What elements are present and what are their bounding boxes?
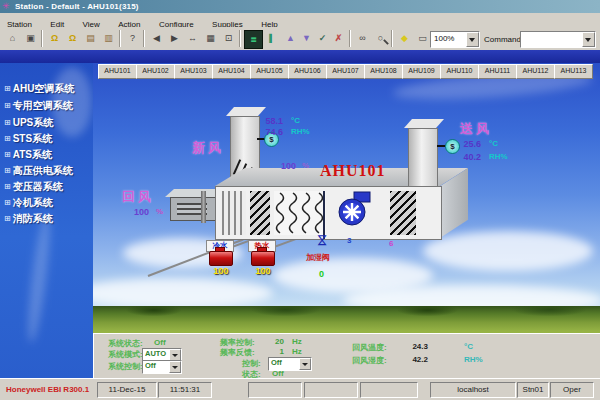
sidebar-item-sts[interactable]: ⊞STS系统 xyxy=(4,128,93,143)
sidebar-item-label: AHU空调系统 xyxy=(13,83,75,94)
status-cell-empty xyxy=(360,382,418,398)
hot-water-valve[interactable] xyxy=(251,251,275,266)
tab-ahu104[interactable]: AHU104 xyxy=(212,64,251,79)
sidebar: ⊞AHU空调系统 ⊞专用空调系统 ⊞UPS系统 ⊞STS系统 ⊞ATS系统 ⊞高… xyxy=(0,63,93,378)
capture-icon[interactable]: ▭ xyxy=(414,30,431,47)
product-brand: Honeywell EBI R300.1 xyxy=(2,382,99,398)
ra-temp-value: 24.3 xyxy=(396,342,428,351)
chevron-down-icon[interactable] xyxy=(169,361,181,373)
expand-icon: ⊞ xyxy=(4,101,11,110)
sidebar-item-label: 变压器系统 xyxy=(13,181,63,192)
status-bar: Honeywell EBI R300.1 11-Dec-15 11:51:31 … xyxy=(0,378,600,400)
tab-ahu113[interactable]: AHU113 xyxy=(554,64,593,79)
tab-ahu112[interactable]: AHU112 xyxy=(516,64,555,79)
find-icon[interactable]: ∞ xyxy=(354,30,371,47)
ra-temp-label: 回风温度: xyxy=(352,342,387,353)
tab-ahu109[interactable]: AHU109 xyxy=(402,64,441,79)
supply-air-tower xyxy=(408,128,438,188)
fresh-air-tower-top xyxy=(226,107,266,116)
system-status-icon[interactable]: ≣ xyxy=(244,30,263,49)
sidebar-item-special-ac[interactable]: ⊞专用空调系统 xyxy=(4,95,93,110)
supply-fan-icon xyxy=(334,190,374,230)
expand-icon: ⊞ xyxy=(4,118,11,127)
tab-ahu107[interactable]: AHU107 xyxy=(326,64,365,79)
zoom-level-combo[interactable]: 100% xyxy=(430,31,480,48)
reject-icon[interactable]: ✗ xyxy=(330,30,347,47)
sidebar-item-ahu[interactable]: ⊞AHU空调系统 xyxy=(4,78,93,93)
alarm-ack-icon[interactable]: Ω xyxy=(64,30,81,47)
window-title: Station - Default - AHU101(315) xyxy=(15,1,139,12)
status-host: localhost xyxy=(430,382,516,398)
page-back-icon[interactable]: ◀ xyxy=(148,30,165,47)
alarm-silence-icon[interactable]: ▥ xyxy=(100,30,117,47)
status-user: Oper xyxy=(550,382,594,398)
humidifier-valve-icon[interactable]: ⋈ xyxy=(315,234,330,247)
filter-section xyxy=(250,191,270,235)
sidebar-item-hv-power[interactable]: ⊞高压供电系统 xyxy=(4,160,93,175)
return-air-duct xyxy=(170,197,218,221)
alarm-page-icon[interactable]: ▤ xyxy=(82,30,99,47)
zoom-tool-icon[interactable]: ○ xyxy=(372,30,389,47)
tab-ahu101[interactable]: AHU101 xyxy=(98,64,137,79)
page-forward-icon[interactable]: ▶ xyxy=(166,30,183,47)
sidebar-item-label: 消防系统 xyxy=(13,213,53,224)
freq-control-value: 20 xyxy=(266,337,284,346)
lower-icon[interactable]: ▼ xyxy=(298,30,315,47)
supply-air-temp-unit: °C xyxy=(489,139,498,148)
sys-status-value: Off xyxy=(154,338,166,347)
associated-display-icon[interactable]: ⌂ xyxy=(4,30,21,47)
fresh-air-temp-value: 58.1 xyxy=(259,116,283,126)
title-bar[interactable]: ✳ Station - Default - AHU101(315) xyxy=(0,0,600,13)
cold-water-valve[interactable] xyxy=(209,251,233,266)
sidebar-item-chiller[interactable]: ⊞冷机系统 xyxy=(4,192,93,207)
fan-control-value: Off xyxy=(271,358,282,368)
sidebar-item-label: UPS系统 xyxy=(13,117,54,128)
ahu-title: AHU101 xyxy=(320,162,386,180)
chevron-down-icon[interactable] xyxy=(466,32,479,47)
sys-mode-value: AUTO xyxy=(145,349,166,359)
sidebar-item-transformer[interactable]: ⊞变压器系统 xyxy=(4,176,93,191)
duct-damper-shaft xyxy=(201,191,206,223)
supply-air-rh-unit: RH% xyxy=(489,152,508,161)
sys-control-select[interactable]: Off xyxy=(142,360,182,374)
freq-feedback-label: 频率反馈: xyxy=(220,347,255,358)
command-combo[interactable] xyxy=(520,31,596,48)
expand-icon: ⊞ xyxy=(4,134,11,143)
raise-icon[interactable]: ▲ xyxy=(282,30,299,47)
tab-ahu108[interactable]: AHU108 xyxy=(364,64,403,79)
pan-icon[interactable]: ◆ xyxy=(396,30,413,47)
expand-icon: ⊞ xyxy=(4,182,11,191)
chevron-down-icon[interactable] xyxy=(299,358,311,370)
fan-status-value: Off xyxy=(272,369,284,378)
sensor-lead xyxy=(437,145,445,147)
tab-ahu102[interactable]: AHU102 xyxy=(136,64,175,79)
sidebar-item-ats[interactable]: ⊞ATS系统 xyxy=(4,144,93,159)
tab-ahu103[interactable]: AHU103 xyxy=(174,64,213,79)
detail-display-icon[interactable]: ▣ xyxy=(22,30,39,47)
humidifier-label: 加湿阀 xyxy=(306,252,330,263)
humidifier-value: 0 xyxy=(319,269,324,279)
command-input[interactable] xyxy=(524,33,582,46)
display-recall-icon[interactable]: ↔ xyxy=(184,30,201,47)
trend-icon[interactable]: ∥ xyxy=(262,30,279,47)
sys-mode-label: 系统模式: xyxy=(108,349,143,360)
tab-ahu111[interactable]: AHU111 xyxy=(478,64,517,79)
sidebar-item-label: 高压供电系统 xyxy=(13,165,73,176)
message-summary-icon[interactable]: ? xyxy=(124,30,141,47)
print-icon[interactable]: ▦ xyxy=(202,30,219,47)
ra-rh-label: 回风湿度: xyxy=(352,355,387,366)
sidebar-item-fire[interactable]: ⊞消防系统 xyxy=(4,208,93,223)
tab-ahu110[interactable]: AHU110 xyxy=(440,64,479,79)
expand-icon: ⊞ xyxy=(4,198,11,207)
tab-ahu105[interactable]: AHU105 xyxy=(250,64,289,79)
alarm-summary-icon[interactable]: Ω xyxy=(46,30,63,47)
expand-icon: ⊞ xyxy=(4,84,11,93)
ra-rh-unit: RH% xyxy=(464,355,483,364)
tab-ahu106[interactable]: AHU106 xyxy=(288,64,327,79)
filter-section xyxy=(390,191,416,235)
ahu-unit-body xyxy=(215,186,442,240)
sidebar-item-ups[interactable]: ⊞UPS系统 xyxy=(4,112,93,127)
accept-icon[interactable]: ✓ xyxy=(314,30,331,47)
snapshot-icon[interactable]: ⊡ xyxy=(220,30,237,47)
chevron-down-icon[interactable] xyxy=(582,32,595,47)
